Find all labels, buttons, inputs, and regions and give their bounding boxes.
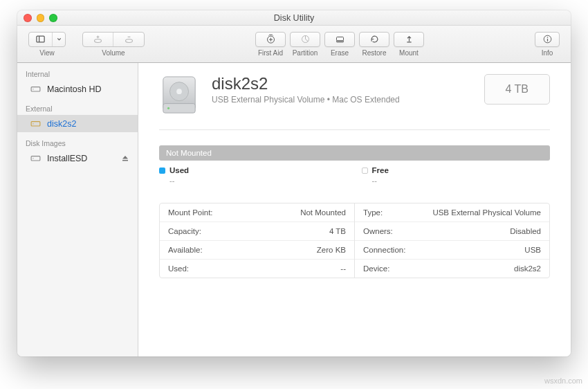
detail-row: Mount Point:Not Mounted <box>160 203 354 222</box>
detail-row: Available:Zero KB <box>160 241 354 260</box>
info-icon <box>542 34 553 44</box>
svg-point-12 <box>33 89 33 89</box>
sidebar-section-internal: Internal <box>17 63 138 80</box>
external-disk-icon <box>30 118 42 129</box>
svg-rect-17 <box>122 160 128 161</box>
sidebar-item-label: InstallESD <box>47 154 87 163</box>
capacity-badge: 4 TB <box>484 74 551 105</box>
partition-button[interactable] <box>290 32 320 47</box>
restore-label: Restore <box>362 49 386 57</box>
mount-icon <box>404 34 414 44</box>
chevron-down-icon <box>56 34 62 44</box>
info-button[interactable] <box>535 32 560 47</box>
used-value: -- <box>169 177 348 185</box>
titlebar[interactable]: Disk Utility <box>17 10 571 26</box>
volume-subtitle: USB External Physical Volume • Mac OS Ex… <box>212 95 400 105</box>
partition-icon <box>300 34 311 44</box>
sidebar-item-label: disk2s2 <box>47 119 76 129</box>
app-window: Disk Utility View Vol <box>17 10 571 356</box>
partition-label: Partition <box>293 49 318 57</box>
sidebar-icon <box>35 34 46 44</box>
svg-rect-15 <box>31 156 40 161</box>
details-table: Mount Point:Not Mounted Capacity:4 TB Av… <box>159 203 550 278</box>
view-group: View <box>28 32 66 57</box>
sidebar-section-disk-images: Disk Images <box>17 132 138 150</box>
first-aid-label: First Aid <box>258 49 283 57</box>
first-aid-button[interactable] <box>255 32 286 47</box>
volume-plus-icon <box>93 34 103 44</box>
svg-point-3 <box>125 39 132 43</box>
volume-large-icon <box>159 74 199 117</box>
restore-button[interactable] <box>359 32 389 47</box>
usage-section: Used -- Free -- <box>159 161 550 188</box>
main-content: disk2s2 USB External Physical Volume • M… <box>138 63 571 356</box>
svg-point-16 <box>33 158 33 159</box>
sidebar-item-installesd[interactable]: InstallESD <box>17 150 138 167</box>
erase-label: Erase <box>331 49 349 57</box>
view-menu-button[interactable] <box>53 33 65 46</box>
free-value: -- <box>372 177 551 185</box>
erase-icon <box>335 34 345 44</box>
window-title: Disk Utility <box>274 13 314 23</box>
traffic-lights <box>24 14 57 22</box>
free-label: Free <box>372 166 389 174</box>
used-label: Used <box>169 166 189 174</box>
svg-rect-13 <box>31 122 40 126</box>
svg-point-10 <box>546 37 548 38</box>
svg-rect-0 <box>37 36 44 42</box>
svg-rect-11 <box>31 87 40 91</box>
detail-row: Owners:Disabled <box>355 222 549 241</box>
minimize-button[interactable] <box>37 14 45 22</box>
sidebar-item-label: Macintosh HD <box>47 84 102 94</box>
toolbar: View Volume First Aid <box>17 26 571 63</box>
view-label: View <box>39 49 55 57</box>
view-sidebar-button[interactable] <box>29 33 53 46</box>
volume-minus-icon <box>124 34 134 44</box>
detail-row: Connection:USB <box>355 241 549 260</box>
partition-group: Partition <box>290 32 320 57</box>
svg-point-2 <box>95 39 102 43</box>
mount-label: Mount <box>399 49 419 57</box>
info-label: Info <box>542 49 553 57</box>
zoom-button[interactable] <box>49 14 57 22</box>
svg-point-22 <box>167 107 169 109</box>
volume-remove-button[interactable] <box>113 33 144 46</box>
mount-group: Mount <box>394 32 424 57</box>
sidebar: Internal Macintosh HD External disk2s2 D… <box>17 63 138 356</box>
svg-rect-6 <box>336 37 343 41</box>
detail-row: Type:USB External Physical Volume <box>355 203 549 222</box>
restore-icon <box>369 34 380 44</box>
detail-row: Used:-- <box>160 260 354 278</box>
erase-group: Erase <box>324 32 355 57</box>
svg-rect-7 <box>336 41 343 42</box>
svg-rect-8 <box>407 42 411 42</box>
svg-point-21 <box>176 89 182 94</box>
first-aid-group: First Aid <box>255 32 286 57</box>
volume-add-button[interactable] <box>83 33 113 46</box>
mount-button[interactable] <box>394 32 424 47</box>
eject-icon[interactable] <box>121 154 129 163</box>
detail-row: Capacity:4 TB <box>160 222 354 241</box>
free-dot-icon <box>362 168 368 174</box>
close-button[interactable] <box>24 14 32 22</box>
used-dot-icon <box>159 168 165 174</box>
volume-label: Volume <box>102 49 125 57</box>
internal-disk-icon <box>30 83 42 95</box>
disk-image-icon <box>30 152 42 164</box>
restore-group: Restore <box>359 32 389 57</box>
watermark: wsxdn.com <box>544 377 582 385</box>
info-group: Info <box>535 32 560 57</box>
sidebar-item-disk2s2[interactable]: disk2s2 <box>17 115 138 132</box>
first-aid-icon <box>266 34 276 44</box>
svg-point-14 <box>33 123 33 124</box>
view-segmented[interactable] <box>28 32 66 47</box>
volume-name: disk2s2 <box>212 74 400 93</box>
volume-segmented[interactable] <box>82 32 145 47</box>
sidebar-section-external: External <box>17 98 138 115</box>
detail-row: Device:disk2s2 <box>355 260 549 278</box>
volume-group: Volume <box>82 32 145 57</box>
sidebar-item-macintosh-hd[interactable]: Macintosh HD <box>17 80 138 98</box>
erase-button[interactable] <box>324 32 355 47</box>
mount-status-bar: Not Mounted <box>159 145 550 161</box>
